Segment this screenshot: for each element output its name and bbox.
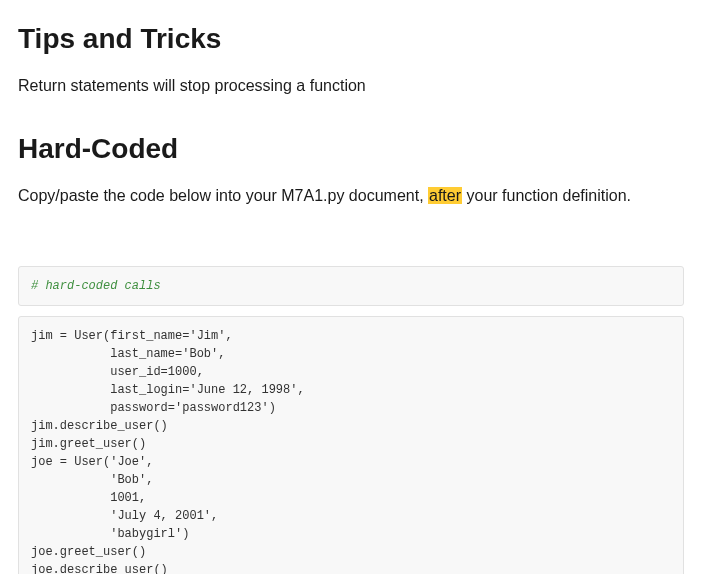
code-comment-block: # hard-coded calls [18, 266, 684, 306]
tips-body-text: Return statements will stop processing a… [18, 74, 684, 98]
hard-coded-highlight: after [428, 187, 462, 204]
hard-coded-prefix: Copy/paste the code below into your M7A1… [18, 187, 428, 204]
code-body-block: jim = User(first_name='Jim', last_name='… [18, 316, 684, 574]
code-comment-text: # hard-coded calls [31, 279, 161, 293]
hard-coded-suffix: your function definition. [462, 187, 631, 204]
tips-and-tricks-heading: Tips and Tricks [18, 18, 684, 60]
hard-coded-heading: Hard-Coded [18, 128, 684, 170]
hard-coded-instruction: Copy/paste the code below into your M7A1… [18, 184, 684, 208]
